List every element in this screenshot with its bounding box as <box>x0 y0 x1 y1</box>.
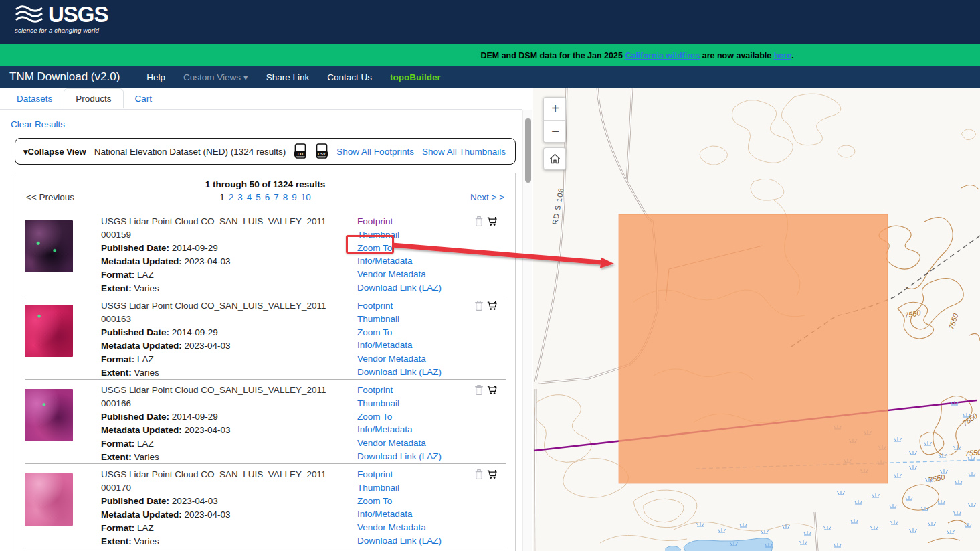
info-metadata-link[interactable]: Info/Metadata <box>357 339 442 352</box>
usgs-tagline: science for a changing world <box>15 27 108 34</box>
result-thumbnail[interactable] <box>25 220 73 272</box>
download-link-laz-link[interactable]: Download Link (LAZ) <box>357 450 442 463</box>
dataset-header-bar: ▾Collapse View National Elevation Datase… <box>15 138 516 165</box>
remove-from-cart-icon[interactable] <box>474 216 484 227</box>
result-thumbnail[interactable] <box>25 473 73 526</box>
extent-value: Varies <box>134 452 159 462</box>
format-label: Format: <box>101 439 134 449</box>
page-link-4[interactable]: 4 <box>247 192 252 202</box>
add-to-cart-icon[interactable] <box>487 469 498 480</box>
usgs-logo[interactable]: USGS science for a changing world <box>15 3 108 34</box>
published-date-value: 2014-09-29 <box>172 243 218 253</box>
footprint-link[interactable]: Footprint <box>357 468 442 481</box>
extent-label: Extent: <box>101 283 132 293</box>
published-date-value: 2014-09-29 <box>172 412 218 422</box>
nav-item-share-link[interactable]: Share Link <box>266 72 310 82</box>
page-link-8[interactable]: 8 <box>283 192 288 202</box>
results-scrollbar-track[interactable] <box>522 110 532 551</box>
thumbnail-link[interactable]: Thumbnail <box>357 228 442 242</box>
topo-basemap: RD S 108 7550 7550 7550 7550 7550 <box>533 88 980 551</box>
download-link-laz-link[interactable]: Download Link (LAZ) <box>357 534 442 548</box>
result-links: FootprintThumbnailZoom ToInfo/MetadataVe… <box>357 468 442 548</box>
add-to-cart-icon[interactable] <box>487 300 498 311</box>
here-link[interactable]: here <box>774 51 791 60</box>
format-value: LAZ <box>137 523 154 533</box>
published-date-label: Published Date: <box>101 412 169 422</box>
zoom-in-button[interactable]: + <box>544 98 566 120</box>
info-metadata-link[interactable]: Info/Metadata <box>357 423 442 437</box>
nav-item-custom-views[interactable]: Custom Views ▾ <box>183 72 248 82</box>
download-link-laz-link[interactable]: Download Link (LAZ) <box>357 366 442 379</box>
zoom-to-link[interactable]: Zoom To <box>357 242 442 255</box>
next-page-link[interactable]: Next > > <box>470 192 504 202</box>
remove-from-cart-icon[interactable] <box>474 469 484 480</box>
format-value: LAZ <box>137 354 154 364</box>
vendor-metadata-link[interactable]: Vendor Metadata <box>357 352 442 366</box>
announcement-banner: DEM and DSM data for the Jan 2025 Califo… <box>0 44 980 66</box>
page-link-2[interactable]: 2 <box>229 192 234 202</box>
zoom-to-link[interactable]: Zoom To <box>357 326 442 339</box>
remove-from-cart-icon[interactable] <box>474 300 484 311</box>
result-title: USGS Lidar Point Cloud CO_SAN_LUIS_VALLE… <box>101 215 355 242</box>
footprint-link[interactable]: Footprint <box>357 384 442 397</box>
published-date-label: Published Date: <box>101 496 169 506</box>
export-txt-icon[interactable]: TXT <box>294 143 307 159</box>
partial-next-row <box>25 548 506 551</box>
extent-value: Varies <box>134 283 159 293</box>
nav-item-contact-us[interactable]: Contact Us <box>327 72 372 82</box>
thumbnail-link[interactable]: Thumbnail <box>357 313 442 326</box>
show-all-footprints-link[interactable]: Show All Footprints <box>336 147 414 157</box>
footprint-overlay[interactable] <box>619 214 888 483</box>
svg-text:TXT: TXT <box>297 152 304 156</box>
export-csv-icon[interactable]: CSV <box>315 143 328 159</box>
published-date-label: Published Date: <box>101 243 169 253</box>
tab-datasets[interactable]: Datasets <box>5 89 64 108</box>
page-link-7[interactable]: 7 <box>274 192 279 202</box>
collapse-view-toggle[interactable]: ▾Collapse View <box>23 147 86 157</box>
remove-from-cart-icon[interactable] <box>474 384 484 396</box>
info-metadata-link[interactable]: Info/Metadata <box>357 507 442 521</box>
zoom-to-link[interactable]: Zoom To <box>357 495 442 508</box>
download-link-laz-link[interactable]: Download Link (LAZ) <box>357 281 442 295</box>
vendor-metadata-link[interactable]: Vendor Metadata <box>357 268 442 281</box>
page-link-1[interactable]: 1 <box>219 192 225 202</box>
info-metadata-link[interactable]: Info/Metadata <box>357 254 442 268</box>
page-link-3[interactable]: 3 <box>237 192 243 202</box>
thumbnail-link[interactable]: Thumbnail <box>357 397 442 410</box>
app-title: TNM Download (v2.0) <box>9 70 120 84</box>
result-links: FootprintThumbnailZoom ToInfo/MetadataVe… <box>357 215 442 295</box>
published-date-value: 2014-09-29 <box>172 327 218 337</box>
metadata-updated-value: 2023-04-03 <box>185 425 231 435</box>
footprint-link[interactable]: Footprint <box>357 299 442 313</box>
results-list-panel: 1 through 50 of 1324 results << Previous… <box>15 173 516 551</box>
metadata-updated-label: Metadata Updated: <box>101 425 182 435</box>
result-thumbnail[interactable] <box>25 305 73 357</box>
home-extent-button[interactable] <box>543 147 566 170</box>
page-link-6[interactable]: 6 <box>265 192 270 202</box>
nav-item-topobuilder[interactable]: topoBuilder <box>390 72 441 82</box>
footprint-link[interactable]: Footprint <box>357 215 442 228</box>
zoom-to-link[interactable]: Zoom To <box>357 410 442 424</box>
result-thumbnail[interactable] <box>25 389 73 441</box>
add-to-cart-icon[interactable] <box>487 216 498 227</box>
clear-results-link[interactable]: Clear Results <box>11 119 65 129</box>
vendor-metadata-link[interactable]: Vendor Metadata <box>357 521 442 534</box>
california-wildfires-link[interactable]: California wildfires <box>625 51 700 60</box>
zoom-out-button[interactable]: − <box>544 120 566 142</box>
add-to-cart-icon[interactable] <box>487 384 498 396</box>
tab-cart[interactable]: Cart <box>124 89 164 108</box>
map-viewport[interactable]: RD S 108 7550 7550 7550 7550 7550 <box>533 88 980 551</box>
vendor-metadata-link[interactable]: Vendor Metadata <box>357 437 442 450</box>
thumbnail-link[interactable]: Thumbnail <box>357 481 442 495</box>
page-link-9[interactable]: 9 <box>292 192 297 202</box>
tab-products[interactable]: Products <box>64 88 123 108</box>
show-all-thumbnails-link[interactable]: Show All Thumbnails <box>422 147 506 157</box>
results-summary: 1 through 50 of 1324 results <box>15 179 515 189</box>
results-scrollbar-thumb[interactable] <box>525 118 531 183</box>
published-date-value: 2023-04-03 <box>172 496 218 506</box>
page-link-10[interactable]: 10 <box>301 192 311 202</box>
page-link-5[interactable]: 5 <box>256 192 261 202</box>
tab-bar: DatasetsProductsCart <box>0 88 522 110</box>
nav-item-help[interactable]: Help <box>146 72 165 82</box>
page-number-links: 12345678910 <box>25 192 506 202</box>
